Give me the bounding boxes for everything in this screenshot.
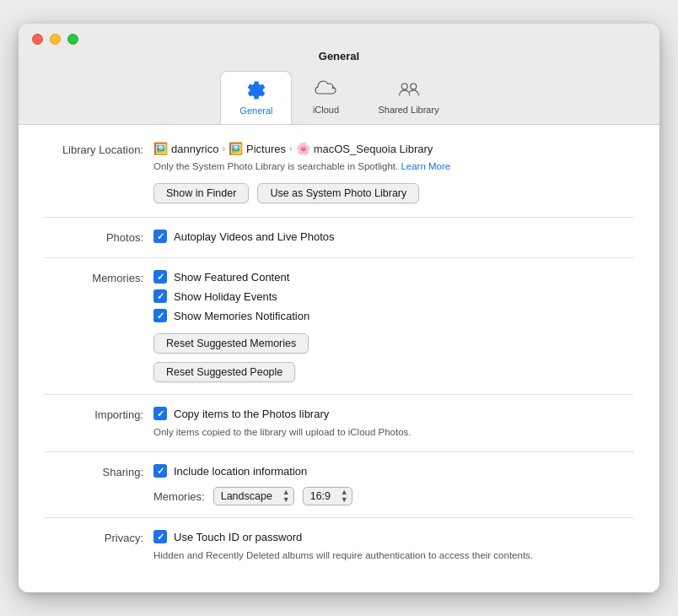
pictures-folder: Pictures: [246, 143, 286, 155]
photos-label: Photos:: [44, 230, 153, 244]
photos-content: Autoplay Videos and Live Photos: [153, 230, 634, 246]
sharing-section: Sharing: Include location information Me…: [44, 464, 634, 505]
toolbar: General iCloud: [220, 71, 457, 124]
svg-point-0: [401, 84, 407, 89]
divider-2: [44, 257, 634, 258]
featured-checkbox[interactable]: [153, 270, 167, 284]
importing-section: Importing: Copy items to the Photos libr…: [44, 407, 634, 440]
tab-icloud[interactable]: iCloud: [292, 71, 359, 124]
location-label[interactable]: Include location information: [174, 465, 307, 478]
sharing-content: Include location information Memories: L…: [153, 464, 634, 505]
path-chevron-2: ›: [289, 143, 293, 154]
tab-icloud-label: iCloud: [313, 105, 339, 115]
sharing-memories-label: Memories:: [153, 490, 205, 503]
privacy-label: Privacy:: [44, 530, 153, 544]
divider-1: [44, 217, 634, 218]
learn-more-link[interactable]: Learn More: [401, 161, 450, 171]
tab-shared-library-label: Shared Library: [378, 105, 439, 115]
tab-general-label: General: [239, 105, 272, 116]
sharing-label: Sharing:: [44, 464, 153, 478]
library-location-label: Library Location:: [44, 142, 153, 156]
memories-content: Show Featured Content Show Holiday Event…: [153, 270, 634, 382]
location-row: Include location information: [153, 464, 634, 478]
svg-point-1: [410, 84, 416, 89]
path-chevron-1: ›: [222, 143, 225, 154]
library-buttons: Show in Finder Use as System Photo Libra…: [153, 183, 634, 203]
icloud-icon: [314, 78, 337, 101]
touchid-checkbox[interactable]: [153, 530, 167, 543]
traffic-lights: [32, 34, 78, 45]
autoplay-row: Autoplay Videos and Live Photos: [153, 230, 634, 243]
reset-memories-button[interactable]: Reset Suggested Memories: [153, 333, 309, 354]
maximize-button[interactable]: [67, 34, 78, 45]
privacy-note: Hidden and Recently Deleted albums will …: [153, 550, 575, 560]
gear-icon: [245, 78, 268, 102]
tab-shared-library[interactable]: Shared Library: [359, 71, 457, 124]
importing-label: Importing:: [44, 407, 153, 421]
copy-row: Copy items to the Photos library: [153, 407, 634, 420]
memories-section: Memories: Show Featured Content Show Hol…: [44, 270, 634, 382]
show-in-finder-button[interactable]: Show in Finder: [153, 183, 249, 203]
library-name: macOS_Sequoia Library: [314, 143, 433, 155]
notification-row: Show Memories Notification: [153, 309, 634, 322]
autoplay-checkbox[interactable]: [153, 230, 167, 243]
close-button[interactable]: [32, 34, 43, 45]
featured-row: Show Featured Content: [153, 270, 634, 284]
library-location-section: Library Location: 🖼️ dannyrico › 🖼️ Pict…: [44, 142, 634, 205]
ratio-select[interactable]: 16:9 4:3 1:1: [303, 487, 352, 505]
library-location-content: 🖼️ dannyrico › 🖼️ Pictures › 🌸 macOS_Seq…: [153, 142, 634, 205]
divider-4: [44, 451, 634, 452]
holiday-row: Show Holiday Events: [153, 289, 634, 303]
ratio-select-wrap: 16:9 4:3 1:1 ▲▼: [303, 487, 352, 505]
window-title: General: [319, 50, 359, 62]
location-checkbox[interactable]: [153, 464, 167, 478]
library-path: 🖼️ dannyrico › 🖼️ Pictures › 🌸 macOS_Seq…: [153, 142, 634, 155]
minimize-button[interactable]: [50, 34, 61, 45]
reset-people-button[interactable]: Reset Suggested People: [153, 362, 295, 382]
divider-5: [44, 517, 634, 518]
copy-note: Only items copied to the library will up…: [153, 427, 634, 437]
tab-general[interactable]: General: [220, 71, 292, 124]
importing-content: Copy items to the Photos library Only it…: [153, 407, 634, 440]
spotlight-note: Only the System Photo Library is searcha…: [153, 161, 634, 171]
photos-library-icon: 🌸: [296, 142, 310, 155]
photos-section: Photos: Autoplay Videos and Live Photos: [44, 230, 634, 246]
user-folder-icon: 🖼️: [153, 142, 168, 155]
orientation-select-wrap: Landscape Portrait Square ▲▼: [213, 487, 294, 505]
titlebar: General General iClo: [19, 24, 659, 125]
divider-3: [44, 394, 634, 395]
sharing-memories-row: Memories: Landscape Portrait Square ▲▼ 1…: [153, 487, 634, 505]
copy-label[interactable]: Copy items to the Photos library: [174, 408, 329, 420]
touchid-label[interactable]: Use Touch ID or password: [174, 531, 302, 543]
copy-checkbox[interactable]: [153, 407, 167, 420]
holiday-label[interactable]: Show Holiday Events: [174, 290, 277, 303]
touchid-row: Use Touch ID or password: [153, 530, 634, 543]
notification-label[interactable]: Show Memories Notification: [174, 310, 309, 322]
orientation-select[interactable]: Landscape Portrait Square: [213, 487, 294, 505]
user-name: dannyrico: [171, 143, 218, 155]
notification-checkbox[interactable]: [153, 309, 167, 322]
holiday-checkbox[interactable]: [153, 289, 167, 303]
use-as-system-library-button[interactable]: Use as System Photo Library: [257, 183, 419, 203]
autoplay-label[interactable]: Autoplay Videos and Live Photos: [174, 230, 335, 243]
main-window: General General iClo: [19, 24, 659, 592]
privacy-content: Use Touch ID or password Hidden and Rece…: [153, 530, 634, 560]
featured-label[interactable]: Show Featured Content: [174, 271, 289, 284]
main-content: Library Location: 🖼️ dannyrico › 🖼️ Pict…: [19, 125, 659, 592]
shared-library-icon: [397, 78, 421, 101]
privacy-section: Privacy: Use Touch ID or password Hidden…: [44, 530, 634, 560]
pictures-folder-icon: 🖼️: [229, 142, 243, 155]
memories-label: Memories:: [44, 270, 153, 284]
